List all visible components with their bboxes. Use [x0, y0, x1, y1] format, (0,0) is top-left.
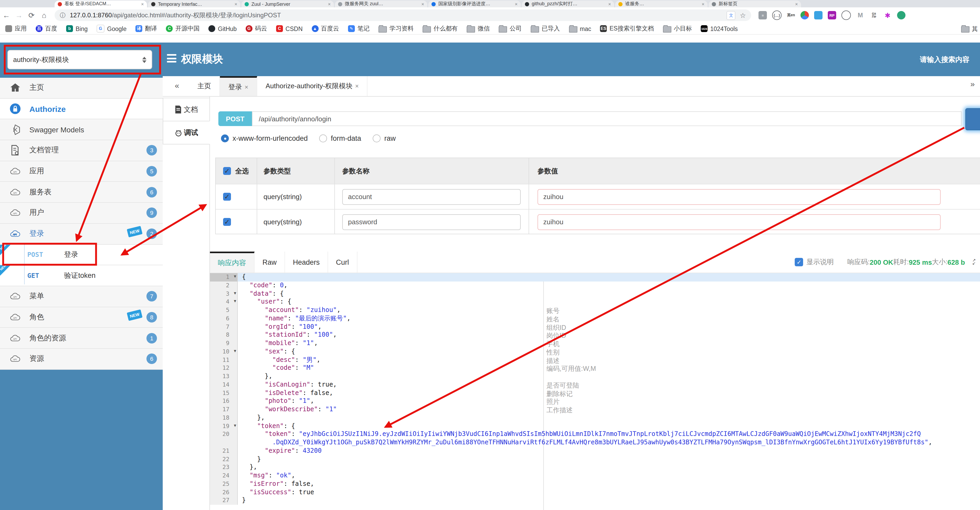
bookmark-item[interactable]: 微信	[467, 25, 490, 33]
tab-close-icon[interactable]: ×	[328, 1, 331, 6]
mockplus-extension-icon[interactable]: M	[856, 11, 864, 19]
param-name-input[interactable]: account	[342, 189, 521, 205]
gitzip-extension-icon[interactable]: Git Zip	[870, 11, 878, 19]
code-editor[interactable]: 1▾{2 "code": 0,3▾ "data": {4▾ "user": {5…	[210, 273, 980, 510]
home-icon[interactable]: ⌂	[38, 11, 50, 19]
radio-icon[interactable]	[221, 134, 229, 142]
browser-tab[interactable]: 国家级别影像评选进度…×	[428, 0, 521, 7]
select-all-checkbox[interactable]: ✓	[223, 167, 231, 175]
translate-page-icon[interactable]: 文	[727, 11, 736, 20]
bookmark-item[interactable]: 小目标	[663, 25, 692, 33]
response-tab-0[interactable]: 响应内容	[210, 252, 255, 273]
sidebar-item-角色[interactable]: API角色NEW8	[0, 307, 163, 328]
fold-caret-icon[interactable]: ▾	[234, 422, 236, 428]
bookmark-item[interactable]: 应用	[5, 25, 27, 33]
browser-tab[interactable]: 看板 登录/SEDACM…×	[54, 0, 147, 7]
tab-close-icon[interactable]: ×	[421, 1, 424, 6]
browser-tab[interactable]: 新标签页×	[709, 0, 801, 7]
fold-caret-icon[interactable]: ▾	[234, 299, 236, 304]
bookmark-item[interactable]: G码云	[246, 25, 267, 33]
browser-tab[interactable]: 微服务网关 zuul…×	[335, 0, 427, 7]
fold-caret-icon[interactable]: ▾	[234, 274, 236, 279]
bookmark-item[interactable]: ✎笔记	[348, 25, 369, 33]
response-tab-3[interactable]: Curl	[328, 252, 358, 273]
bookmark-item[interactable]: CCSDN	[276, 25, 302, 32]
browser-tab[interactable]: 谁服务…×	[615, 0, 708, 7]
sidebar-item-登录[interactable]: API登录NEW2	[0, 224, 163, 244]
bookmark-star-icon[interactable]: ☆	[740, 11, 746, 19]
bookmark-item[interactable]: GGoogle	[97, 25, 127, 33]
param-row-checkbox[interactable]: ✓	[223, 193, 231, 201]
content-tab-2[interactable]: Authorize-authority-权限模块×	[257, 76, 368, 96]
tab-close-icon[interactable]: ×	[702, 1, 705, 6]
sidebar-item-swagger-models[interactable]: Swagger Models	[0, 120, 163, 140]
param-value-input[interactable]: zuihou	[538, 214, 941, 230]
translate-en-extension-icon[interactable]: 英en	[787, 11, 795, 19]
tab-close-icon[interactable]: ×	[795, 1, 798, 6]
url-bar[interactable]: ⓘ 127.0.0.1:8760/api/gate/doc.html#/auth…	[54, 10, 751, 21]
fullscreen-icon[interactable]: ↗↙	[972, 259, 976, 265]
sidebar-item-服务表[interactable]: API服务表6	[0, 182, 163, 203]
browser-tab[interactable]: github_pzzh/实时打…×	[522, 0, 614, 7]
param-row-checkbox[interactable]: ✓	[223, 218, 231, 226]
radio-icon[interactable]	[320, 134, 327, 142]
back-icon[interactable]: ←	[0, 11, 13, 19]
param-value-input[interactable]: zuihou	[538, 189, 941, 205]
bookmark-item[interactable]: 百百度	[36, 25, 57, 33]
header-search-placeholder[interactable]: 请输入搜索内容	[920, 55, 969, 65]
bookmark-item[interactable]: C开源中国	[166, 25, 199, 33]
fold-caret-icon[interactable]: ▾	[234, 348, 236, 354]
forward-icon[interactable]: →	[13, 11, 25, 19]
send-button[interactable]: 发	[965, 108, 980, 130]
tab-close-icon[interactable]: ×	[141, 1, 144, 6]
chrome-colored-extension-icon[interactable]	[800, 11, 809, 19]
bookmark-item[interactable]: 学习资料	[379, 25, 414, 33]
sidebar-item-应用[interactable]: API应用5	[0, 161, 163, 182]
asterisk-extension-icon[interactable]: ✱	[883, 11, 892, 19]
axure-rp-extension-icon[interactable]: RP	[828, 11, 836, 19]
sidebar-item-资源[interactable]: API资源6	[0, 349, 163, 370]
bookmark-item[interactable]: GitHub	[208, 25, 237, 32]
tab-doc[interactable]: 文档	[163, 98, 210, 121]
param-name-input[interactable]: password	[342, 214, 521, 230]
content-tab-1[interactable]: 登录×	[220, 76, 257, 96]
browser-tab[interactable]: Temporary Interfac…×	[148, 0, 240, 7]
response-tab-1[interactable]: Raw	[255, 252, 285, 273]
response-tab-2[interactable]: Headers	[285, 252, 328, 273]
bookmark-item[interactable]: 公司	[499, 25, 522, 33]
body-type-option-1[interactable]: form-data	[320, 134, 361, 142]
oval-ring-extension-icon[interactable]	[842, 11, 851, 20]
bookmark-item[interactable]: 译翻译	[135, 25, 157, 33]
bookmark-item[interactable]: mac	[569, 25, 591, 32]
tab-close-icon[interactable]: ×	[234, 1, 237, 6]
bookmark-item[interactable]: 已导入	[531, 25, 560, 33]
sidebar-item-文档管理[interactable]: 文档管理3	[0, 140, 163, 161]
tab-debug[interactable]: 调试	[163, 121, 210, 145]
sidebar-item-authorize[interactable]: Authorize	[0, 99, 163, 119]
tab-close-icon[interactable]: ×	[245, 83, 248, 91]
body-type-option-0[interactable]: x-www-form-urlencoded	[221, 134, 308, 142]
bookmark-item[interactable]: ▲百度云	[312, 25, 339, 33]
module-select[interactable]: authority-权限模块	[7, 50, 152, 69]
bookmark-item[interactable]: 10241024Tools	[701, 25, 738, 32]
show-desc-checkbox[interactable]: ✓	[795, 258, 803, 266]
bookmark-overflow-folder[interactable]: 其	[961, 23, 978, 35]
radio-icon[interactable]	[373, 134, 380, 142]
reload-icon[interactable]: ⟳	[25, 11, 38, 19]
tab-close-icon[interactable]: ×	[515, 1, 517, 6]
browser-tab[interactable]: Zuul - JumpServer×	[242, 0, 334, 7]
bookmark-item[interactable]: bBing	[66, 25, 88, 32]
collapse-tabs-icon[interactable]: «	[175, 81, 179, 90]
bookmark-item[interactable]: 什么都有	[423, 25, 458, 33]
globe-extension-icon[interactable]	[814, 11, 822, 19]
json-brace-extension-icon[interactable]: {…}	[772, 11, 781, 20]
body-type-option-2[interactable]: raw	[373, 134, 396, 142]
avatar-extension-icon[interactable]	[897, 11, 905, 19]
fold-caret-icon[interactable]: ▾	[234, 290, 236, 295]
sidebar-item-主页[interactable]: 主页	[0, 78, 163, 99]
tab-close-icon[interactable]: ×	[608, 1, 611, 6]
endpoint-path-input[interactable]: /api/authority/anno/login	[252, 112, 962, 126]
expand-tabs-icon[interactable]: »	[970, 79, 975, 88]
sidebar-item-菜单[interactable]: API菜单7	[0, 286, 163, 307]
sidebar-item-角色的资源[interactable]: API角色的资源1	[0, 328, 163, 349]
